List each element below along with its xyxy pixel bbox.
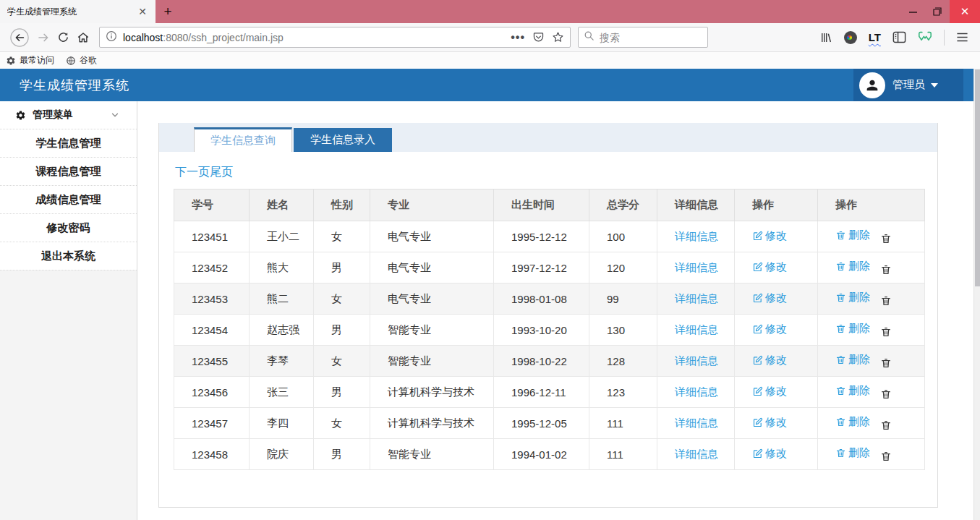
forward-icon[interactable] bbox=[37, 31, 50, 44]
pagination: 下一页尾页 bbox=[175, 165, 923, 180]
edit-link[interactable]: 修改 bbox=[752, 416, 787, 430]
sidebar-item-change-password[interactable]: 修改密码 bbox=[0, 213, 137, 242]
cell-major: 电气专业 bbox=[370, 252, 494, 284]
cell-name: 熊二 bbox=[250, 284, 314, 315]
sidebar-menu-header[interactable]: 管理菜单 bbox=[0, 101, 137, 129]
table-row: 123455 李琴 女 智能专业 1998-10-22 128 详细信息 修改 … bbox=[174, 346, 925, 377]
detail-link[interactable]: 详细信息 bbox=[675, 261, 718, 275]
home-icon[interactable] bbox=[77, 31, 90, 44]
trash-button-icon[interactable] bbox=[880, 295, 892, 307]
detail-link[interactable]: 详细信息 bbox=[675, 354, 718, 368]
edit-link[interactable]: 修改 bbox=[752, 385, 787, 398]
sidebar-item-student-info[interactable]: 学生信息管理 bbox=[0, 129, 137, 157]
trash-button-icon[interactable] bbox=[880, 451, 892, 462]
cell-birth: 1998-10-22 bbox=[494, 346, 589, 377]
sidebar-toggle-icon[interactable] bbox=[892, 31, 906, 43]
browser-tab[interactable]: 学生成绩管理系统 ✕ bbox=[0, 0, 155, 23]
detail-link[interactable]: 详细信息 bbox=[675, 230, 718, 244]
bookmark-most-visited[interactable]: 最常访问 bbox=[6, 54, 54, 67]
bookmark-google[interactable]: 谷歌 bbox=[66, 54, 97, 67]
gear-icon bbox=[15, 110, 26, 121]
edit-icon bbox=[752, 417, 763, 428]
cell-gender: 男 bbox=[314, 439, 370, 470]
detail-link[interactable]: 详细信息 bbox=[675, 448, 718, 461]
trash-icon bbox=[835, 323, 846, 334]
library-icon[interactable] bbox=[819, 31, 832, 44]
edit-link[interactable]: 修改 bbox=[752, 260, 787, 274]
search-box[interactable] bbox=[578, 27, 708, 48]
cell-credits: 99 bbox=[589, 284, 657, 315]
table-row: 123454 赵志强 男 智能专业 1993-10-20 130 详细信息 修改… bbox=[174, 315, 925, 346]
edit-link[interactable]: 修改 bbox=[752, 447, 787, 461]
trash-button-icon[interactable] bbox=[880, 233, 892, 244]
cell-major: 电气专业 bbox=[370, 221, 494, 252]
edit-link[interactable]: 修改 bbox=[752, 291, 787, 305]
admin-menu[interactable]: 管理员 bbox=[853, 69, 963, 101]
trash-icon bbox=[835, 230, 846, 241]
cell-birth: 1998-01-08 bbox=[494, 284, 589, 315]
tab-close-icon[interactable]: ✕ bbox=[135, 6, 150, 17]
delete-link[interactable]: 删除 bbox=[835, 260, 870, 273]
trash-button-icon[interactable] bbox=[880, 388, 892, 400]
sidebar-item-course-info[interactable]: 课程信息管理 bbox=[0, 157, 137, 185]
delete-link[interactable]: 删除 bbox=[835, 353, 870, 367]
tab-student-query[interactable]: 学生信息查询 bbox=[194, 127, 292, 152]
cell-name: 李四 bbox=[250, 408, 314, 439]
sidebar-item-score-info[interactable]: 成绩信息管理 bbox=[0, 185, 137, 213]
delete-link[interactable]: 删除 bbox=[835, 229, 870, 242]
delete-link[interactable]: 删除 bbox=[835, 322, 870, 336]
url-bar[interactable]: localhost:8080/ssh_project/main.jsp ••• bbox=[99, 27, 571, 48]
cell-id: 123458 bbox=[174, 439, 250, 470]
detail-link[interactable]: 详细信息 bbox=[675, 323, 718, 337]
tab-student-entry[interactable]: 学生信息录入 bbox=[294, 128, 392, 152]
search-input[interactable] bbox=[600, 32, 694, 43]
back-icon[interactable] bbox=[9, 27, 30, 48]
refresh-icon[interactable] bbox=[57, 31, 69, 43]
edit-icon bbox=[752, 293, 763, 304]
cell-name: 张三 bbox=[250, 377, 314, 408]
pocket-icon[interactable] bbox=[532, 31, 545, 43]
browser-tab-title: 学生成绩管理系统 bbox=[7, 6, 135, 18]
cell-major: 智能专业 bbox=[370, 346, 494, 377]
delete-link[interactable]: 删除 bbox=[835, 415, 870, 429]
sidebar-filler bbox=[0, 270, 137, 520]
restore-button[interactable] bbox=[925, 0, 950, 23]
site-info-icon[interactable] bbox=[106, 30, 117, 45]
trash-button-icon[interactable] bbox=[880, 357, 892, 369]
trash-button-icon[interactable] bbox=[880, 326, 892, 338]
detail-link[interactable]: 详细信息 bbox=[675, 292, 718, 306]
edit-link[interactable]: 修改 bbox=[752, 354, 787, 367]
detail-link[interactable]: 详细信息 bbox=[675, 385, 718, 399]
wappalyzer-icon[interactable] bbox=[918, 31, 932, 44]
toolbar-separator bbox=[944, 30, 945, 46]
bookmark-star-icon[interactable] bbox=[552, 31, 564, 43]
trash-button-icon[interactable] bbox=[880, 264, 892, 276]
trash-button-icon[interactable] bbox=[880, 419, 892, 431]
page-actions-icon[interactable]: ••• bbox=[511, 31, 525, 44]
edit-link[interactable]: 修改 bbox=[752, 229, 787, 243]
scrollbar-thumb[interactable] bbox=[975, 69, 980, 286]
app-title: 学生成绩管理系统 bbox=[0, 77, 129, 94]
menu-hamburger-icon[interactable] bbox=[956, 32, 968, 43]
edit-link[interactable]: 修改 bbox=[752, 323, 787, 336]
cell-gender: 女 bbox=[314, 408, 370, 439]
col-op-delete: 操作 bbox=[818, 189, 925, 221]
next-page-link[interactable]: 下一页 bbox=[175, 166, 210, 178]
colorzilla-icon[interactable] bbox=[844, 31, 857, 44]
page-scrollbar[interactable] bbox=[973, 69, 980, 520]
delete-link[interactable]: 删除 bbox=[835, 446, 870, 460]
new-tab-button[interactable]: + bbox=[155, 0, 180, 23]
cell-name: 王小二 bbox=[250, 221, 314, 252]
delete-link[interactable]: 删除 bbox=[835, 291, 870, 304]
last-page-link[interactable]: 尾页 bbox=[210, 166, 233, 178]
languagetool-icon[interactable]: LT bbox=[869, 31, 881, 43]
sidebar-item-logout[interactable]: 退出本系统 bbox=[0, 242, 137, 270]
student-table: 学号 姓名 性别 专业 出生时间 总学分 详细信息 操作 操作 bbox=[174, 189, 925, 470]
detail-link[interactable]: 详细信息 bbox=[675, 417, 718, 430]
browser-navbar: localhost:8080/ssh_project/main.jsp ••• … bbox=[0, 23, 980, 52]
minimize-button[interactable] bbox=[900, 0, 925, 23]
delete-link[interactable]: 删除 bbox=[835, 384, 870, 398]
col-name: 姓名 bbox=[250, 189, 314, 221]
close-button[interactable]: ✕ bbox=[950, 0, 980, 23]
tab-strip: 学生信息查询 学生信息录入 bbox=[159, 123, 937, 152]
